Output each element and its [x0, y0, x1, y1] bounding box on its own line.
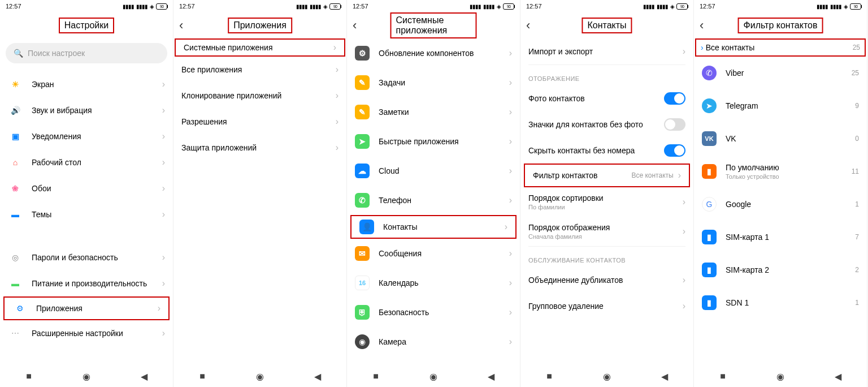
- recent-apps-button[interactable]: ■: [717, 371, 728, 382]
- nav-bar: ■ ◉ ◀: [173, 366, 346, 387]
- item-sound[interactable]: 🔊 Звук и вибрация ›: [0, 97, 173, 123]
- item-notifications[interactable]: ▣ Уведомления ›: [0, 123, 173, 149]
- back-button[interactable]: ‹: [526, 16, 545, 35]
- label: Порядок отображения: [528, 223, 683, 232]
- recent-apps-button[interactable]: ■: [197, 371, 208, 382]
- back-button[interactable]: ‹: [353, 16, 372, 35]
- item-phone[interactable]: ✆ Телефон ›: [347, 186, 520, 215]
- item-desktop[interactable]: ⌂ Рабочий стол ›: [0, 149, 173, 175]
- back-button[interactable]: ◀: [832, 371, 844, 382]
- item-sim-2[interactable]: ▮ SIM-карта 2 2: [694, 253, 867, 286]
- back-button[interactable]: ‹: [700, 16, 719, 35]
- item-viber[interactable]: ✆ Viber 25: [694, 57, 867, 89]
- item-default[interactable]: ▮ По умолчанию Только устройство 11: [694, 155, 867, 188]
- item-apps[interactable]: ⚙ Приложения ›: [3, 296, 170, 320]
- item-all-contacts[interactable]: › Все контакты 25: [695, 38, 866, 57]
- recent-apps-button[interactable]: ■: [544, 371, 555, 382]
- item-display-order[interactable]: Порядок отображения Сначала фамилия ›: [520, 217, 693, 246]
- label: Камера: [379, 337, 509, 346]
- item-wallpaper[interactable]: ❀ Обои ›: [0, 175, 173, 201]
- recent-apps-button[interactable]: ■: [23, 371, 34, 382]
- item-battery[interactable]: ▬ Питание и производительность ›: [0, 270, 173, 296]
- wifi-icon: ◈: [150, 3, 154, 10]
- back-button[interactable]: ◀: [312, 371, 323, 382]
- item-passwords[interactable]: ◎ Пароли и безопасность ›: [0, 244, 173, 270]
- item-app-protection[interactable]: Защита приложений ›: [173, 135, 346, 161]
- home-button[interactable]: ◉: [601, 371, 613, 382]
- label: Заметки: [379, 108, 509, 117]
- section-header-display: ОТОБРАЖЕНИЕ: [520, 65, 693, 85]
- chevron-right-icon: ›: [683, 275, 685, 285]
- item-screen[interactable]: ☀ Экран ›: [0, 71, 173, 97]
- item-contacts[interactable]: 👤 Контакты ›: [350, 215, 517, 239]
- item-import-export[interactable]: Импорт и экспорт ›: [520, 38, 693, 64]
- sublabel: Только устройство: [726, 173, 852, 180]
- item-system-apps[interactable]: Системные приложения ›: [175, 38, 345, 57]
- item-messages[interactable]: ✉ Сообщения ›: [347, 239, 520, 268]
- toggle[interactable]: [664, 144, 685, 157]
- search-input[interactable]: 🔍 Поиск настроек: [6, 43, 167, 63]
- home-button[interactable]: ◉: [81, 371, 92, 382]
- item-notes[interactable]: ✎ Заметки ›: [347, 97, 520, 127]
- item-toggle-photos[interactable]: Фото контактов: [520, 85, 693, 111]
- item-camera[interactable]: ◉ Камера ›: [347, 327, 520, 356]
- item-security[interactable]: ⛨ Безопасность ›: [347, 298, 520, 327]
- battery-icon: 90: [676, 3, 688, 10]
- recent-apps-button[interactable]: ■: [370, 371, 381, 382]
- back-button[interactable]: ◀: [138, 371, 150, 382]
- back-button[interactable]: ◀: [485, 371, 497, 382]
- label: Viber: [726, 68, 852, 78]
- chevron-right-icon: ›: [162, 278, 165, 289]
- label: Темы: [32, 210, 162, 219]
- item-telegram[interactable]: ➤ Telegram 9: [694, 89, 867, 122]
- item-merge-duplicates[interactable]: Объединение дубликатов ›: [520, 267, 693, 293]
- signal-icon-2: ▮▮▮▮: [657, 3, 668, 10]
- nav-bar: ■ ◉ ◀: [347, 366, 520, 387]
- item-all-apps[interactable]: Все приложения ›: [173, 57, 346, 83]
- chevron-right-icon: ›: [509, 78, 512, 88]
- back-button[interactable]: ◀: [659, 371, 670, 382]
- item-google[interactable]: G Google 1: [694, 188, 867, 221]
- item-toggle-icons[interactable]: Значки для контактов без фото: [520, 111, 693, 137]
- label: По умолчанию: [726, 163, 852, 172]
- item-tasks[interactable]: ✎ Задачи ›: [347, 68, 520, 97]
- item-clone-apps[interactable]: Клонирование приложений ›: [173, 83, 346, 109]
- item-toggle-hide[interactable]: Скрыть контакты без номера: [520, 137, 693, 164]
- status-icons: ▮▮▮▮ ▮▮▮▮ ◈ 90: [123, 3, 167, 10]
- battery-icon: ▬: [8, 276, 23, 291]
- item-sort-order[interactable]: Порядок сортировки По фамилии ›: [520, 187, 693, 217]
- item-cloud[interactable]: ☁ Cloud ›: [347, 156, 520, 186]
- chevron-right-icon: ›: [336, 143, 338, 153]
- toggle[interactable]: [664, 92, 685, 105]
- item-updater[interactable]: ⚙ Обновление компонентов ›: [347, 38, 520, 68]
- home-button[interactable]: ◉: [775, 371, 786, 382]
- item-quick-apps[interactable]: ➤ Быстрые приложения ›: [347, 127, 520, 156]
- item-advanced[interactable]: ⋯ Расширенные настройки ›: [0, 320, 173, 346]
- label: Пароли и безопасность: [32, 253, 162, 262]
- item-calendar[interactable]: 16 Календарь ›: [347, 268, 520, 298]
- item-permissions[interactable]: Разрешения ›: [173, 109, 346, 135]
- chevron-right-icon: ›: [509, 337, 512, 347]
- label: Telegram: [726, 101, 855, 110]
- toggle[interactable]: [664, 118, 685, 131]
- home-button[interactable]: ◉: [428, 371, 439, 382]
- item-sim-1[interactable]: ▮ SIM-карта 1 7: [694, 221, 867, 253]
- count: 2: [855, 266, 859, 274]
- item-sdn-1[interactable]: ▮ SDN 1 1: [694, 286, 867, 319]
- chevron-right-icon: ›: [336, 91, 338, 101]
- item-filter-contacts[interactable]: Фильтр контактов Все контакты ›: [524, 164, 690, 187]
- screen-system-apps: 12:57 ▮▮▮▮ ▮▮▮▮ ◈ 90 ‹ Системные приложе…: [347, 0, 520, 387]
- wifi-icon: ◈: [323, 3, 327, 10]
- back-button[interactable]: ‹: [179, 16, 198, 35]
- header: Настройки: [0, 12, 173, 38]
- item-vk[interactable]: VK VK 0: [694, 122, 867, 155]
- header: ‹ Контакты: [520, 12, 693, 38]
- item-bulk-delete[interactable]: Групповое удаление ›: [520, 293, 693, 319]
- chevron-right-icon: ›: [683, 226, 685, 236]
- label: Клонирование приложений: [181, 91, 336, 100]
- item-themes[interactable]: ▬ Темы ›: [0, 201, 173, 227]
- home-button[interactable]: ◉: [254, 371, 266, 382]
- chevron-right-icon: ›: [162, 131, 165, 141]
- chevron-right-icon: ›: [162, 105, 165, 115]
- label: Импорт и экспорт: [528, 47, 683, 56]
